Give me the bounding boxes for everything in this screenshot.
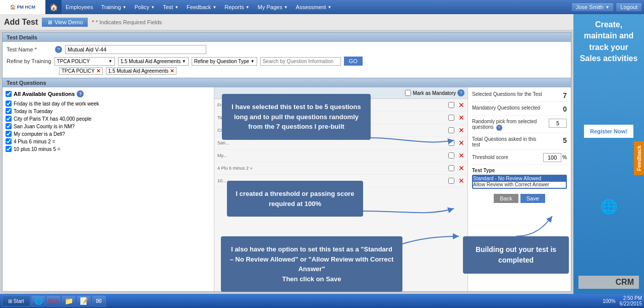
question-item: 4 Plus 6 minus 2 = bbox=[6, 138, 211, 144]
all-questions-checkbox[interactable] bbox=[6, 91, 12, 97]
randomly-pick-input[interactable] bbox=[549, 119, 567, 128]
question-item: My computer is a Dell? bbox=[6, 131, 211, 137]
nav-item-policy[interactable]: Policy ▼ bbox=[131, 0, 159, 14]
delete-row-icon[interactable]: ✕ bbox=[458, 177, 464, 185]
question-item: Today is Tuesday bbox=[6, 108, 211, 114]
select-arrow-icon: ▼ bbox=[108, 59, 112, 64]
delete-row-icon[interactable]: ✕ bbox=[458, 126, 464, 134]
sub-header: Add Test 🖥 View Demo * * Indicates Requi… bbox=[0, 14, 573, 30]
mark-mandatory-header-checkbox[interactable] bbox=[405, 90, 411, 96]
home-icon: 🏠 bbox=[49, 3, 58, 11]
total-questions-label: Total Questions asked in this test bbox=[472, 136, 543, 147]
test-type-select[interactable]: Standard - No Review Allowed Allow Revie… bbox=[472, 175, 567, 189]
question-checkbox[interactable] bbox=[6, 131, 12, 137]
user-arrow-icon: ▼ bbox=[605, 5, 609, 10]
row-mandatory-checkbox[interactable] bbox=[448, 127, 454, 133]
question-checkbox[interactable] bbox=[6, 100, 12, 107]
threshold-input[interactable] bbox=[543, 153, 561, 162]
taskbar-ie-button[interactable]: 🌐 bbox=[31, 295, 45, 306]
nav-item-reports[interactable]: Reports ▼ bbox=[220, 0, 253, 14]
delete-row-icon[interactable]: ✕ bbox=[458, 139, 464, 147]
feedback-tab[interactable]: Feedback bbox=[634, 141, 644, 175]
taskbar-pdf-button[interactable]: PDF bbox=[46, 295, 61, 306]
register-now-button[interactable]: Register Now! bbox=[584, 125, 633, 138]
nav-item-assessment[interactable]: Assessment ▼ bbox=[292, 0, 336, 14]
question-checkbox[interactable] bbox=[6, 116, 12, 122]
randomly-pick-label: Randomly pick from selected questions ? bbox=[472, 119, 543, 131]
back-button[interactable]: Back bbox=[494, 194, 518, 203]
refine-training-select[interactable]: TPCA POLICY ▼ bbox=[54, 57, 115, 66]
ad-sidebar: Create, maintain and track your Sales ac… bbox=[573, 14, 644, 294]
row-mandatory-checkbox[interactable] bbox=[448, 152, 454, 159]
question-item: Friday is the last day of the work week bbox=[6, 100, 211, 107]
question-item: City of Paris TX has 40,000 people bbox=[6, 116, 211, 122]
question-item: San Juan County is in NM? bbox=[6, 123, 211, 129]
test-questions-header: Test Questions bbox=[3, 78, 571, 87]
nav-item-test[interactable]: Test ▼ bbox=[159, 0, 183, 14]
delete-row-icon[interactable]: ✕ bbox=[458, 151, 464, 160]
help-icon[interactable]: ? bbox=[77, 90, 84, 97]
row-mandatory-checkbox[interactable] bbox=[448, 178, 454, 184]
user-button[interactable]: Jose Smith ▼ bbox=[571, 3, 614, 12]
total-questions-value: 5 bbox=[563, 136, 567, 144]
taskbar-app2-button[interactable]: 📝 bbox=[77, 295, 91, 306]
test-name-label: Test Name * bbox=[7, 46, 52, 53]
logo-icon: 🏠 PM HCM bbox=[10, 5, 35, 10]
taskbar-app3-button[interactable]: ✉ bbox=[92, 295, 106, 306]
test-type-option-standard[interactable]: Standard - No Review Allowed bbox=[473, 176, 566, 182]
nav-item-mypages[interactable]: My Pages ▼ bbox=[254, 0, 292, 14]
question-item: 10 plus 10 minus 5 = bbox=[6, 146, 211, 152]
middle-area: Mark as Mandatory ? Frid... ✕ Tod... bbox=[214, 87, 467, 291]
row-mandatory-checkbox[interactable] bbox=[448, 140, 454, 146]
selected-questions-value: 7 bbox=[563, 91, 567, 99]
windows-icon: ⊞ bbox=[8, 298, 12, 304]
nav-item-training[interactable]: Training ▼ bbox=[97, 0, 130, 14]
help-icon[interactable]: ? bbox=[457, 89, 464, 96]
middle-row: Frid... ✕ bbox=[214, 99, 467, 112]
taskbar-app1-button[interactable]: 📁 bbox=[62, 295, 76, 306]
arrow-icon: ▼ bbox=[174, 5, 179, 10]
logout-button[interactable]: Logout bbox=[616, 3, 642, 12]
middle-row: Tod... ✕ bbox=[214, 112, 467, 124]
view-demo-button[interactable]: 🖥 View Demo bbox=[42, 18, 88, 27]
row-mandatory-checkbox[interactable] bbox=[448, 115, 454, 121]
save-button[interactable]: Save bbox=[520, 194, 545, 203]
start-button[interactable]: ⊞ Start bbox=[2, 295, 30, 306]
test-details-section: Test Details Test Name * ? Refine by Tra… bbox=[2, 32, 571, 78]
go-button[interactable]: GO bbox=[344, 57, 363, 66]
question-checkbox[interactable] bbox=[6, 123, 12, 129]
agreement-select[interactable]: 1.5 Mutual Aid Agreements ▼ bbox=[118, 57, 189, 66]
row-mandatory-checkbox[interactable] bbox=[448, 165, 454, 171]
required-note: * * Indicates Required Fields bbox=[92, 19, 162, 25]
question-checkbox[interactable] bbox=[6, 146, 12, 152]
middle-row: San... ✕ bbox=[214, 137, 467, 149]
selected-questions-label: Selected Questions for the Test bbox=[472, 91, 543, 97]
question-type-select[interactable]: Refine by Question Type ▼ bbox=[192, 57, 257, 66]
test-type-option-review[interactable]: Allow Review with Correct Answer bbox=[473, 182, 566, 188]
select-arrow-icon: ▼ bbox=[182, 59, 186, 64]
row-mandatory-checkbox[interactable] bbox=[448, 102, 454, 108]
select-arrow-icon: ▼ bbox=[251, 59, 255, 64]
right-stats-panel: Selected Questions for the Test 7 Mandat… bbox=[467, 87, 571, 291]
question-checkbox[interactable] bbox=[6, 138, 12, 144]
test-name-input[interactable] bbox=[65, 45, 206, 54]
help-icon[interactable]: ? bbox=[55, 46, 62, 53]
delete-row-icon[interactable]: ✕ bbox=[458, 114, 464, 122]
delete-row-icon[interactable]: ✕ bbox=[458, 101, 464, 109]
nav-item-feedback[interactable]: Feedback ▼ bbox=[183, 0, 220, 14]
arrow-icon: ▼ bbox=[212, 5, 216, 10]
question-checkbox[interactable] bbox=[6, 108, 12, 114]
arrow-icon: ▼ bbox=[328, 5, 332, 10]
mandatory-value: 0 bbox=[563, 105, 567, 113]
remove-tag-icon[interactable]: ✕ bbox=[170, 68, 174, 74]
remove-tag-icon[interactable]: ✕ bbox=[96, 68, 100, 74]
taskbar-time: 2:50 PM 6/22/2015 bbox=[620, 295, 642, 306]
nav-item-employees[interactable]: Employees bbox=[62, 0, 97, 14]
help-icon[interactable]: ? bbox=[496, 125, 502, 131]
agreement-tag: 1.5 Mutual Aid Agreements ✕ bbox=[106, 67, 177, 75]
search-input[interactable] bbox=[260, 57, 341, 66]
test-details-header: Test Details bbox=[3, 33, 571, 42]
delete-row-icon[interactable]: ✕ bbox=[458, 164, 464, 172]
arrow-icon: ▼ bbox=[151, 5, 155, 10]
nav-home[interactable]: 🏠 bbox=[45, 0, 62, 14]
